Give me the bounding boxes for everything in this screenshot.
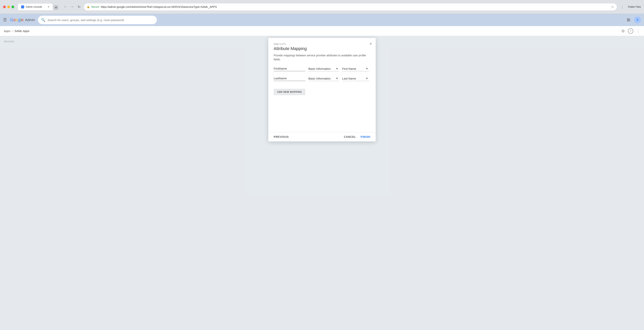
logo-g: G [10,17,13,22]
previous-button[interactable]: PREVIOUS [274,135,289,138]
attribute-input-1[interactable] [274,66,305,71]
dialog-header: Step 5 of 5 Attribute Mapping × [268,38,376,51]
google-logo: Google Admin [10,17,35,22]
address-input[interactable] [101,5,610,8]
minimize-window-button[interactable] [7,5,10,8]
dialog-footer: PREVIOUS CANCEL FINISH [268,132,376,141]
address-bar-container: 🔒 Secure ☆ [84,3,617,10]
tab-favicon [21,5,24,8]
page-content: Services Step 5 of 5 Attribute Mapping ×… [0,36,644,330]
footer-right: CANCEL FINISH [344,135,370,138]
admin-label: Admin [25,18,35,22]
field-select-wrap-2: Last Name First Name Email ▼ [342,76,369,81]
maximize-window-button[interactable] [12,5,14,8]
forward-button[interactable]: → [70,4,75,9]
breadcrumb-saml-apps: SAML Apps [14,29,30,32]
active-tab[interactable]: Admin console × [18,4,52,10]
dialog-description: Provide mappings between service provide… [268,51,376,61]
bookmark-icon[interactable]: ☆ [611,5,614,9]
breadcrumb-apps[interactable]: Apps [4,29,10,32]
dialog-body: Basic Information Employee Details Conta… [268,61,376,132]
field-select-2[interactable]: Last Name First Name Email [342,76,369,81]
logo-o1: o [13,17,16,22]
search-icon: 🔍 [41,18,45,22]
add-mapping-container: ADD NEW MAPPING [274,89,370,95]
attribute-input-wrap-1 [274,66,305,71]
cancel-button[interactable]: CANCEL [344,135,356,138]
header-right: ⊞ A [627,16,641,23]
browser-menu-button[interactable]: ⋮ [620,5,624,9]
logo-g2: g [18,17,20,22]
field-select-1[interactable]: First Name Last Name Email [342,66,369,71]
finish-button[interactable]: FINISH [360,135,370,138]
logo-e: e [21,17,24,22]
category-select-1[interactable]: Basic Information Employee Details Conta… [308,66,339,71]
logo-o2: o [16,17,18,22]
mapping-row-2: Basic Information Employee Details Conta… [274,76,370,81]
more-options-icon[interactable]: ⋮ [636,29,640,33]
hamburger-menu-button[interactable]: ☰ [3,17,7,22]
tab-close-button[interactable]: × [48,5,50,9]
step-label: Step 5 of 5 [274,42,370,45]
dialog-title: Attribute Mapping [274,46,370,51]
new-tab-button[interactable] [53,5,59,10]
attribute-input-wrap-2 [274,76,305,81]
search-bar: 🔍 [38,16,157,24]
browser-chrome: Admin console × ← → ↻ 🔒 Secure ☆ ⋮ Flatt… [0,0,644,14]
close-window-button[interactable] [3,5,6,8]
traffic-lights [3,5,14,8]
user-avatar[interactable]: A [634,16,641,23]
breadcrumb-separator: › [12,29,13,33]
category-select-wrap-1: Basic Information Employee Details Conta… [308,66,339,71]
field-select-wrap-1: First Name Last Name Email ▼ [342,66,369,71]
category-select-2[interactable]: Basic Information Employee Details Conta… [308,76,339,81]
breadcrumb-bar: Apps › SAML Apps ⚙ ? ⋮ [0,26,644,36]
attribute-input-2[interactable] [274,76,305,81]
add-new-mapping-button[interactable]: ADD NEW MAPPING [274,89,305,95]
tab-bar: Admin console × [18,4,59,10]
refresh-button[interactable]: ↻ [76,4,82,9]
secure-label: Secure [91,5,99,8]
apps-grid-icon[interactable]: ⊞ [627,17,630,22]
close-dialog-button[interactable]: × [370,42,372,46]
secure-icon: 🔒 [87,5,90,8]
search-input[interactable] [48,18,154,22]
breadcrumb-actions: ⚙ ? ⋮ [621,28,640,34]
attribute-mapping-dialog: Step 5 of 5 Attribute Mapping × Provide … [268,38,376,141]
filter-icon[interactable]: ⚙ [621,29,625,33]
mapping-row-1: Basic Information Employee Details Conta… [274,66,370,71]
category-select-wrap-2: Basic Information Employee Details Conta… [308,76,339,81]
tab-title: Admin console [26,5,42,8]
admin-header: ☰ Google Admin 🔍 ⊞ A [0,14,644,26]
extension-label: Flatter Files [628,5,641,8]
back-button[interactable]: ← [62,4,68,9]
help-icon[interactable]: ? [628,28,633,34]
browser-controls: ← → ↻ [62,4,82,9]
